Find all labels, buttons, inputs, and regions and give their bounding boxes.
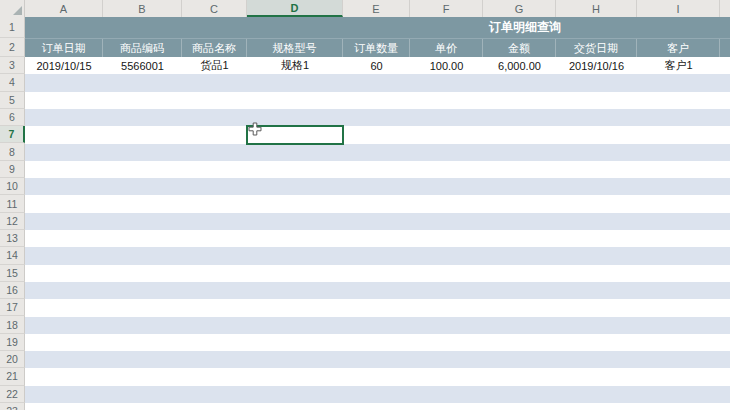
sheet-row-12[interactable] bbox=[25, 213, 730, 230]
cell-H3[interactable]: 2019/10/16 bbox=[556, 57, 637, 74]
row-header-3[interactable]: 3 bbox=[0, 57, 25, 74]
row-header-14[interactable]: 14 bbox=[0, 247, 25, 264]
sheet-body: 订单明细查询 订单日期商品编码商品名称规格型号订单数量单价金额交货日期客户 20… bbox=[25, 17, 730, 410]
sheet-row-20[interactable] bbox=[25, 351, 730, 368]
triangle-corner-icon bbox=[13, 6, 22, 15]
header-cell-H2[interactable]: 交货日期 bbox=[556, 39, 637, 57]
header-cell-F2[interactable]: 单价 bbox=[410, 39, 483, 57]
row-header-8[interactable]: 8 bbox=[0, 143, 25, 160]
column-header-strip: ABCDEFGHI bbox=[0, 0, 730, 17]
column-header-D[interactable]: D bbox=[247, 0, 343, 17]
sheet-row-6[interactable] bbox=[25, 109, 730, 126]
row-header-13[interactable]: 13 bbox=[0, 230, 25, 247]
row-header-20[interactable]: 20 bbox=[0, 351, 25, 368]
column-header-E[interactable]: E bbox=[343, 0, 410, 17]
header-cell-E2[interactable]: 订单数量 bbox=[343, 39, 410, 57]
row-header-5[interactable]: 5 bbox=[0, 92, 25, 109]
row-header-23[interactable]: 23 bbox=[0, 403, 25, 410]
header-cell-C2[interactable]: 商品名称 bbox=[182, 39, 247, 57]
row-header-strip: 1234567891011121314151617181920212223 bbox=[0, 17, 25, 410]
sheet-row-17[interactable] bbox=[25, 299, 730, 316]
row-header-7[interactable]: 7 bbox=[0, 126, 25, 143]
row-header-11[interactable]: 11 bbox=[0, 195, 25, 212]
sheet-row-21[interactable] bbox=[25, 368, 730, 385]
sheet-title: 订单明细查询 bbox=[489, 17, 561, 38]
cell-F3[interactable]: 100.00 bbox=[410, 57, 483, 74]
sheet-row-3[interactable]: 2019/10/155566001货品1规格160100.006,000.002… bbox=[25, 57, 730, 74]
sheet-row-14[interactable] bbox=[25, 247, 730, 264]
sheet-row-8[interactable] bbox=[25, 144, 730, 161]
sheet-row-22[interactable] bbox=[25, 386, 730, 403]
cell-A3[interactable]: 2019/10/15 bbox=[25, 57, 103, 74]
column-header-G[interactable]: G bbox=[483, 0, 556, 17]
header-cell-I2[interactable]: 客户 bbox=[637, 39, 720, 57]
row-header-1[interactable]: 1 bbox=[0, 17, 25, 38]
row-header-2[interactable]: 2 bbox=[0, 38, 25, 57]
header-cell-partial[interactable] bbox=[720, 39, 729, 57]
sheet-row-16[interactable] bbox=[25, 282, 730, 299]
row-header-17[interactable]: 17 bbox=[0, 299, 25, 316]
row-header-21[interactable]: 21 bbox=[0, 368, 25, 385]
sheet-row-19[interactable] bbox=[25, 334, 730, 351]
column-header-C[interactable]: C bbox=[182, 0, 247, 17]
row-header-9[interactable]: 9 bbox=[0, 161, 25, 178]
row-header-10[interactable]: 10 bbox=[0, 178, 25, 195]
row-header-22[interactable]: 22 bbox=[0, 386, 25, 403]
row-header-6[interactable]: 6 bbox=[0, 109, 25, 126]
sheet-row-7[interactable] bbox=[25, 126, 730, 143]
row-header-18[interactable]: 18 bbox=[0, 316, 25, 333]
sheet-row-10[interactable] bbox=[25, 178, 730, 195]
row-header-19[interactable]: 19 bbox=[0, 334, 25, 351]
header-cell-D2[interactable]: 规格型号 bbox=[247, 39, 343, 57]
column-header-A[interactable]: A bbox=[25, 0, 103, 17]
column-header-H[interactable]: H bbox=[556, 0, 637, 17]
sheet-row-13[interactable] bbox=[25, 230, 730, 247]
cell-D3[interactable]: 规格1 bbox=[247, 57, 343, 74]
sheet-row-15[interactable] bbox=[25, 265, 730, 282]
excel-white-cross-cursor-icon bbox=[248, 122, 262, 136]
title-merged-cell[interactable]: 订单明细查询 bbox=[25, 17, 730, 38]
column-header-I[interactable]: I bbox=[637, 0, 720, 17]
cell-B3[interactable]: 5566001 bbox=[103, 57, 182, 74]
column-header-F[interactable]: F bbox=[410, 0, 483, 17]
sheet-row-4[interactable] bbox=[25, 74, 730, 91]
sheet-row-9[interactable] bbox=[25, 161, 730, 178]
row-header-16[interactable]: 16 bbox=[0, 282, 25, 299]
cell-G3[interactable]: 6,000.00 bbox=[483, 57, 556, 74]
cell-I3[interactable]: 客户1 bbox=[637, 57, 720, 74]
table-header-row: 订单日期商品编码商品名称规格型号订单数量单价金额交货日期客户 bbox=[25, 38, 730, 57]
header-cell-B2[interactable]: 商品编码 bbox=[103, 39, 182, 57]
cell-C3[interactable]: 货品1 bbox=[182, 57, 247, 74]
header-cell-A2[interactable]: 订单日期 bbox=[25, 39, 103, 57]
column-header-B[interactable]: B bbox=[103, 0, 182, 17]
row-header-15[interactable]: 15 bbox=[0, 265, 25, 282]
sheet-row-23[interactable] bbox=[25, 403, 730, 410]
row-header-4[interactable]: 4 bbox=[0, 74, 25, 91]
column-header-partial[interactable] bbox=[720, 0, 730, 17]
sheet-row-18[interactable] bbox=[25, 317, 730, 334]
select-all-corner[interactable] bbox=[0, 0, 25, 17]
sheet-row-11[interactable] bbox=[25, 195, 730, 212]
cell-E3[interactable]: 60 bbox=[343, 57, 410, 74]
spreadsheet-window: ABCDEFGHI 123456789101112131415161718192… bbox=[0, 0, 730, 410]
row-header-12[interactable]: 12 bbox=[0, 213, 25, 230]
header-cell-G2[interactable]: 金额 bbox=[483, 39, 556, 57]
sheet-row-5[interactable] bbox=[25, 92, 730, 109]
